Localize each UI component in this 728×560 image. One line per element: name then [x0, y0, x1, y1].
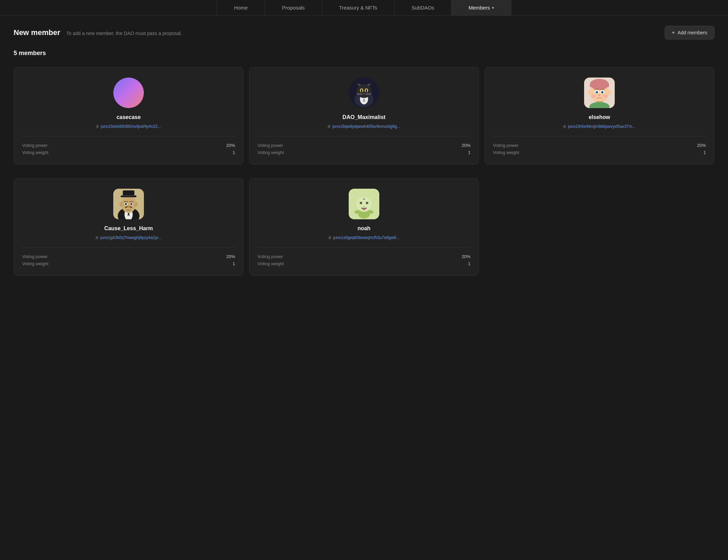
- hash-icon: #: [329, 235, 331, 240]
- voting-power-row: Voting power 20%: [493, 142, 706, 149]
- svg-point-63: [363, 208, 365, 210]
- avatar-elsehow: [584, 78, 615, 108]
- voting-power-row: Voting power 20%: [22, 253, 235, 260]
- svg-point-50: [127, 205, 130, 207]
- hash-icon: #: [96, 124, 99, 129]
- address-text-noah[interactable]: juno1x0geq60tewsqhcf53u7e9gw6...: [333, 235, 399, 240]
- avatar-cause-less-harm: [113, 189, 144, 219]
- svg-point-49: [130, 203, 132, 205]
- svg-point-34: [603, 95, 608, 98]
- svg-point-44: [119, 202, 123, 207]
- members-grid-top: casecase # juno15etd4t9380mvfpslrfty4v22…: [0, 64, 728, 178]
- svg-point-30: [596, 91, 598, 93]
- svg-point-48: [125, 203, 127, 205]
- member-stats-casecase: Voting power 20% Voting weight 1: [22, 136, 235, 156]
- svg-point-45: [134, 202, 138, 207]
- voting-power-label: Voting power: [22, 143, 48, 148]
- avatar-casecase: [113, 78, 144, 108]
- member-card-noah[interactable]: noah # juno1x0geq60tewsqhcf53u7e9gw6... …: [249, 178, 479, 276]
- address-text-elsehow[interactable]: juno19r6e94mjm9d6pwvyxf5ax37m...: [568, 124, 636, 129]
- member-name-casecase: casecase: [116, 114, 140, 120]
- member-name-cause: Cause_Less_Harm: [104, 225, 153, 232]
- svg-rect-21: [590, 84, 609, 87]
- voting-weight-row: Voting weight 1: [258, 149, 470, 156]
- nav-subdaos[interactable]: SubDAOs: [395, 0, 452, 15]
- plus-icon: +: [672, 30, 675, 36]
- svg-point-32: [598, 95, 600, 96]
- hash-icon: #: [328, 124, 330, 129]
- member-name-dao: DAO_Maximalist: [343, 114, 385, 120]
- svg-point-12: [366, 89, 367, 92]
- member-address-cause: # juno1g43k0rj7hwwghj9pzy4a2yr...: [96, 235, 162, 240]
- members-count-section: 5 members: [0, 46, 728, 64]
- member-card-elsehow[interactable]: elsehow # juno19r6e94mjm9d6pwvyxf5ax37m.…: [484, 67, 714, 165]
- main-nav: Home Proposals Treasury & NFTs SubDAOs M…: [0, 0, 728, 16]
- members-count: 5 members: [14, 50, 46, 56]
- nav-home[interactable]: Home: [217, 0, 265, 15]
- member-stats-noah: Voting power 20% Voting weight 1: [258, 247, 470, 267]
- avatar-noah: [349, 189, 379, 219]
- voting-weight-value: 1: [233, 150, 235, 155]
- page-subtitle: To add a new member, the DAO must pass a…: [66, 31, 182, 36]
- avatar-gradient-circle: [113, 78, 144, 108]
- svg-point-22: [588, 90, 592, 95]
- voting-power-value: 20%: [226, 143, 235, 148]
- svg-point-64: [363, 206, 365, 207]
- member-stats-dao: Voting power 20% Voting weight 1: [258, 136, 470, 156]
- page-title: New member: [14, 28, 60, 37]
- svg-rect-43: [123, 195, 134, 197]
- voting-weight-row: Voting weight 1: [258, 260, 470, 267]
- voting-power-row: Voting power 20%: [258, 142, 470, 149]
- svg-point-23: [607, 90, 611, 95]
- hash-icon: #: [96, 235, 98, 240]
- hash-icon: #: [563, 124, 566, 129]
- member-address-noah: # juno1x0geq60tewsqhcf53u7e9gw6...: [329, 235, 400, 240]
- address-text-dao[interactable]: juno18qw9ydpewh405w4lvmuhlg9g...: [332, 124, 400, 129]
- voting-weight-row: Voting weight 1: [22, 260, 235, 267]
- member-address-dao: # juno18qw9ydpewh405w4lvmuhlg9g...: [328, 124, 400, 129]
- add-members-button[interactable]: + Add members: [665, 26, 715, 39]
- chevron-down-icon: ▾: [492, 5, 494, 10]
- voting-weight-row: Voting weight 1: [22, 149, 235, 156]
- voting-power-row: Voting power 20%: [22, 142, 235, 149]
- nav-members[interactable]: Members ▾: [451, 0, 511, 15]
- members-grid-bottom: Cause_Less_Harm # juno1g43k0rj7hwwghj9pz…: [0, 178, 728, 289]
- voting-weight-label: Voting weight: [22, 150, 48, 155]
- header-left: New member To add a new member, the DAO …: [14, 28, 182, 37]
- member-name-elsehow: elsehow: [589, 114, 610, 120]
- voting-weight-row: Voting weight 1: [493, 149, 706, 156]
- member-name-noah: noah: [358, 225, 370, 232]
- member-address-casecase: # juno15etd4t9380mvfpslrfty4v22...: [96, 124, 161, 129]
- svg-point-31: [602, 91, 603, 93]
- member-stats-cause: Voting power 20% Voting weight 1: [22, 247, 235, 267]
- address-text-casecase[interactable]: juno15etd4t9380mvfpslrfty4v22...: [101, 124, 161, 129]
- voting-power-row: Voting power 20%: [258, 253, 470, 260]
- page-header: New member To add a new member, the DAO …: [0, 16, 728, 46]
- svg-point-11: [361, 89, 362, 92]
- member-card-dao-maximalist[interactable]: DAO_Maximalist # juno18qw9ydpewh405w4lvm…: [249, 67, 479, 165]
- member-address-elsehow: # juno19r6e94mjm9d6pwvyxf5ax37m...: [563, 124, 636, 129]
- member-stats-elsehow: Voting power 20% Voting weight 1: [493, 136, 706, 156]
- avatar-cat: [349, 78, 379, 108]
- address-text-cause[interactable]: juno1g43k0rj7hwwghj9pzy4a2yr...: [100, 235, 162, 240]
- nav-treasury[interactable]: Treasury & NFTs: [322, 0, 395, 15]
- nav-proposals[interactable]: Proposals: [265, 0, 322, 15]
- member-card-cause-less-harm[interactable]: Cause_Less_Harm # juno1g43k0rj7hwwghj9pz…: [14, 178, 244, 276]
- member-card-casecase[interactable]: casecase # juno15etd4t9380mvfpslrfty4v22…: [14, 67, 244, 165]
- svg-point-33: [591, 95, 596, 98]
- svg-point-4: [357, 84, 371, 98]
- avatar-dao-maximalist: [349, 78, 379, 108]
